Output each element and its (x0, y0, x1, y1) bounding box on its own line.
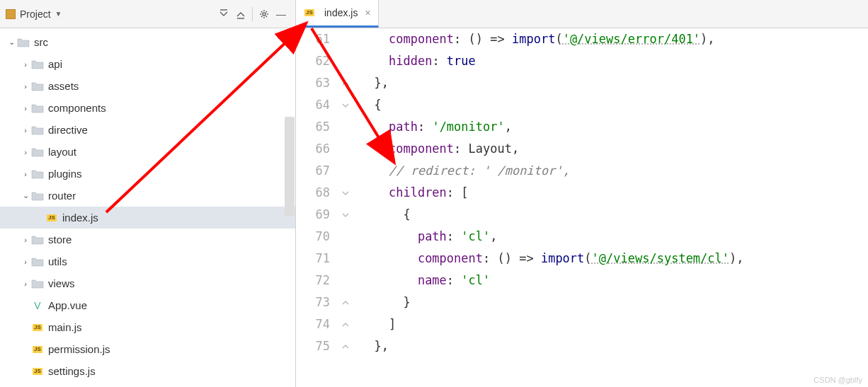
close-icon[interactable]: × (365, 7, 370, 18)
fold-marker[interactable] (338, 72, 353, 94)
code-line[interactable]: component: Layout, (360, 138, 868, 160)
tree-item-label: permission.js (48, 343, 110, 355)
code-line[interactable]: path: 'cl', (360, 226, 868, 248)
tab-index-js[interactable]: JS index.js × (296, 0, 379, 28)
line-gutter: 616263646566676869707172737475 (296, 28, 338, 387)
tree-item-label: index.js (62, 212, 98, 224)
tree-item-views[interactable]: ›views (0, 272, 295, 294)
code-line[interactable]: component: () => import('@/views/system/… (360, 248, 868, 270)
code-editor[interactable]: 616263646566676869707172737475 component… (296, 28, 868, 387)
js-file-icon: JS (31, 323, 44, 333)
code-line[interactable]: { (360, 94, 868, 116)
code-line[interactable]: path: '/monitor', (360, 116, 868, 138)
chevron-icon[interactable]: › (20, 60, 31, 69)
chevron-icon[interactable]: ⌄ (6, 37, 17, 47)
tree-item-src[interactable]: ⌄src (0, 31, 295, 53)
fold-marker (338, 116, 353, 138)
tree-item-assets[interactable]: ›assets (0, 75, 295, 97)
code-line[interactable]: component: () => import('@/views/error/4… (360, 28, 868, 50)
fold-column (338, 28, 353, 387)
chevron-icon[interactable]: › (20, 82, 31, 91)
code-line[interactable]: ] (360, 313, 868, 335)
code-line[interactable]: } (360, 291, 868, 313)
chevron-icon[interactable]: ⌄ (20, 191, 31, 200)
tree-item-label: components (48, 102, 106, 114)
tree-item-layout[interactable]: ›layout (0, 141, 295, 163)
tree-item-index-js[interactable]: ·JSindex.js (0, 207, 295, 229)
tree-item-label: settings.js (48, 365, 96, 377)
line-number: 72 (296, 270, 330, 291)
chevron-icon[interactable]: › (20, 279, 31, 288)
line-number: 70 (296, 226, 330, 248)
chevron-icon[interactable]: › (20, 258, 31, 266)
fold-marker (338, 28, 353, 50)
tree-item-label: assets (48, 80, 79, 92)
folder-icon (31, 257, 44, 267)
code-line[interactable]: children: [ (360, 182, 868, 204)
fold-marker[interactable] (338, 335, 353, 357)
fold-marker (338, 138, 353, 160)
tree-item--editorconfig[interactable]: ·⚙.editorconfig (0, 382, 295, 387)
chevron-icon[interactable]: › (20, 126, 31, 134)
code-line[interactable]: hidden: true (360, 50, 868, 72)
code-line[interactable]: { (360, 204, 868, 226)
fold-marker[interactable] (338, 291, 353, 313)
chevron-icon[interactable]: › (20, 170, 31, 178)
fold-marker[interactable] (338, 204, 353, 226)
code-line[interactable]: name: 'cl' (360, 270, 868, 291)
tree-item-label: views (48, 277, 75, 289)
tree-item-settings-js[interactable]: ·JSsettings.js (0, 360, 295, 382)
fold-marker[interactable] (338, 94, 353, 116)
js-file-icon: JS (31, 366, 44, 376)
folder-icon (31, 59, 44, 69)
chevron-icon[interactable]: › (20, 148, 31, 156)
js-file-icon: JS (303, 8, 316, 18)
line-number: 71 (296, 248, 330, 270)
line-number: 73 (296, 291, 330, 313)
line-number: 68 (296, 182, 330, 204)
project-dropdown[interactable]: Project ▼ (6, 8, 62, 20)
folder-icon (31, 169, 44, 179)
project-title: Project (20, 8, 51, 20)
code-line[interactable]: }, (360, 335, 868, 357)
tree-item-label: api (48, 58, 62, 70)
fold-marker (338, 270, 353, 291)
file-tree: ⌄src›api›assets›components›directive›lay… (0, 28, 295, 387)
scrollbar-thumb[interactable] (285, 117, 295, 216)
select-opened-file-button[interactable] (215, 6, 232, 23)
vue-file-icon: V (31, 301, 44, 311)
tree-item-directive[interactable]: ›directive (0, 119, 295, 141)
tree-item-router[interactable]: ⌄router (0, 185, 295, 207)
js-file-icon: JS (31, 345, 44, 354)
fold-marker[interactable] (338, 313, 353, 335)
editor-tabs: JS index.js × (296, 0, 868, 28)
code-line[interactable]: }, (360, 72, 868, 94)
fold-marker (338, 226, 353, 248)
code-content[interactable]: component: () => import('@/views/error/4… (353, 28, 868, 387)
line-number: 74 (296, 313, 330, 335)
tree-item-utils[interactable]: ›utils (0, 250, 295, 272)
tree-item-App-vue[interactable]: ·VApp.vue (0, 294, 295, 316)
fold-marker[interactable] (338, 182, 353, 204)
tree-item-label: store (48, 233, 72, 246)
hide-button[interactable]: — (273, 6, 290, 23)
folder-icon (31, 103, 44, 113)
tree-item-plugins[interactable]: ›plugins (0, 163, 295, 185)
tree-item-store[interactable]: ›store (0, 229, 295, 250)
line-number: 69 (296, 204, 330, 226)
line-number: 62 (296, 50, 330, 72)
tree-item-permission-js[interactable]: ·JSpermission.js (0, 338, 295, 360)
chevron-icon[interactable]: › (20, 236, 31, 244)
tree-item-api[interactable]: ›api (0, 53, 295, 75)
expand-all-button[interactable] (232, 6, 249, 23)
folder-icon (17, 37, 30, 47)
tree-item-components[interactable]: ›components (0, 97, 295, 119)
folder-icon (31, 235, 44, 245)
chevron-icon[interactable]: › (20, 104, 31, 112)
line-number: 67 (296, 160, 330, 182)
folder-icon (31, 191, 44, 201)
code-line[interactable]: // redirect: ' /monitor', (360, 160, 868, 182)
tree-item-label: utils (48, 255, 67, 267)
settings-button[interactable] (256, 6, 273, 23)
tree-item-main-js[interactable]: ·JSmain.js (0, 316, 295, 338)
